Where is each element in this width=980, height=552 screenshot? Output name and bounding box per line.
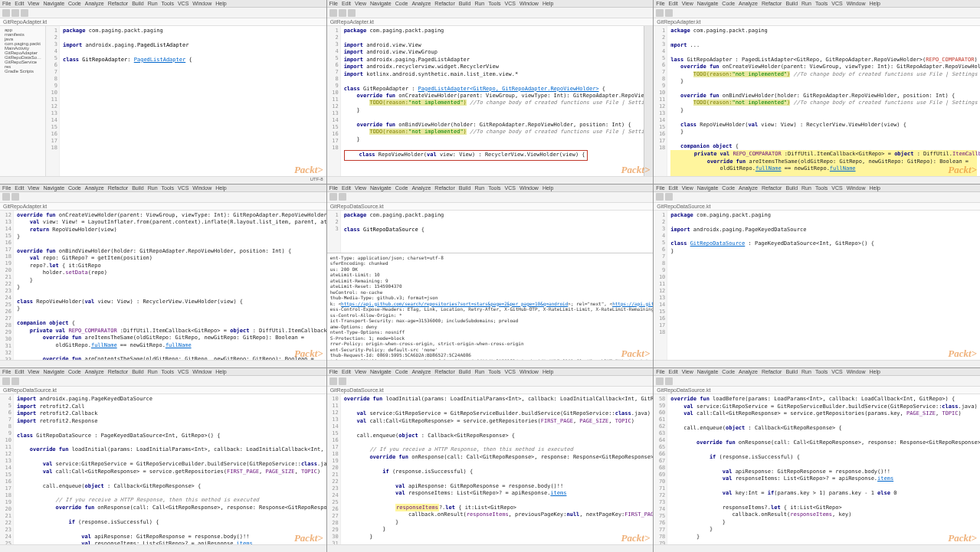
menu-item[interactable]: Code — [722, 185, 735, 191]
menubar[interactable]: FileEditViewNavigateCodeAnalyzeRefactorB… — [327, 0, 654, 8]
menu-item[interactable]: Analyze — [411, 185, 431, 191]
menubar[interactable]: FileEditViewNavigateCodeAnalyzeRefactorB… — [327, 368, 654, 376]
toolbar[interactable] — [654, 8, 980, 18]
menu-item[interactable]: View — [355, 369, 366, 374]
menu-item[interactable]: Window — [519, 1, 539, 6]
menu-item[interactable]: Tools — [488, 1, 500, 6]
code-editor[interactable]: 1213141516171819202122232425262728293031… — [0, 211, 326, 361]
code-area[interactable]: package com.paging.packt.paging class Gi… — [341, 211, 654, 253]
menu-item[interactable]: Edit — [342, 369, 351, 374]
menu-item[interactable]: Tools — [162, 1, 174, 6]
menubar[interactable]: FileEditViewNavigateCodeAnalyzeRefactorB… — [654, 185, 980, 192]
toolbar[interactable] — [327, 192, 654, 203]
menu-item[interactable]: Edit — [342, 185, 351, 191]
side-tab[interactable] — [644, 26, 653, 176]
menu-item[interactable]: View — [28, 369, 39, 374]
menu-item[interactable]: Help — [870, 369, 880, 374]
code-area[interactable]: import androidx.paging.PageKeyedDataSour… — [14, 394, 326, 544]
code-editor[interactable]: 5859606162636465666768697071727374757677… — [654, 394, 980, 544]
menu-item[interactable]: VCS — [505, 369, 516, 374]
code-area[interactable]: ackage com.paging.packt.paging mport ...… — [667, 26, 980, 176]
menu-item[interactable]: View — [355, 1, 366, 6]
menu-item[interactable]: Edit — [342, 1, 351, 6]
menu-item[interactable]: Code — [395, 185, 408, 191]
run-icon[interactable] — [2, 9, 10, 17]
project-tree[interactable]: appmanifestsjavacom.paging.packtMainActi… — [0, 26, 46, 176]
menu-item[interactable]: Refactor — [108, 185, 128, 191]
tree-item[interactable]: Gradle Scripts — [2, 69, 44, 73]
menu-item[interactable]: Code — [68, 185, 81, 191]
menu-item[interactable]: Analyze — [85, 369, 104, 374]
menu-item[interactable]: Navigate — [697, 369, 719, 374]
menu-item[interactable]: Window — [847, 369, 866, 374]
menu-item[interactable]: Refactor — [762, 1, 782, 6]
menu-item[interactable]: Edit — [669, 1, 678, 6]
menu-item[interactable]: Run — [148, 1, 158, 6]
code-editor[interactable]: 4567891011121314151617181920212223242526… — [0, 394, 326, 544]
menu-item[interactable]: Tools — [162, 185, 174, 191]
menu-item[interactable]: Run — [801, 185, 811, 191]
menu-item[interactable]: Run — [148, 369, 158, 374]
menu-item[interactable]: Build — [132, 369, 144, 374]
menu-item[interactable]: File — [2, 369, 11, 374]
menu-item[interactable]: Help — [542, 1, 553, 6]
menu-item[interactable]: Analyze — [739, 185, 758, 191]
menubar[interactable]: FileEditViewNavigateCodeAnalyzeRefactorB… — [0, 185, 326, 192]
code-editor[interactable]: 123456789101112131415161718 ackage com.p… — [654, 26, 980, 176]
toolbar[interactable] — [654, 376, 980, 387]
menu-item[interactable]: File — [329, 185, 338, 191]
menu-item[interactable]: View — [28, 1, 39, 6]
menu-item[interactable]: Navigate — [43, 1, 64, 6]
menu-item[interactable]: Run — [801, 1, 811, 6]
menu-item[interactable]: Edit — [669, 369, 678, 374]
menu-item[interactable]: Tools — [162, 369, 174, 374]
menu-item[interactable]: Analyze — [739, 1, 758, 6]
menu-item[interactable]: VCS — [831, 1, 842, 6]
code-editor[interactable]: 123 package com.paging.packt.paging clas… — [327, 211, 654, 253]
menu-item[interactable]: Code — [68, 1, 81, 6]
menu-item[interactable]: Refactor — [434, 369, 454, 374]
menu-item[interactable]: Navigate — [370, 1, 392, 6]
menu-item[interactable]: File — [2, 185, 11, 191]
menu-item[interactable]: Refactor — [434, 185, 454, 191]
menu-item[interactable]: Analyze — [85, 185, 104, 191]
menu-item[interactable]: Window — [847, 1, 866, 6]
menu-item[interactable]: View — [682, 185, 693, 191]
menu-item[interactable]: Analyze — [411, 369, 431, 374]
menu-item[interactable]: Analyze — [739, 369, 758, 374]
menu-item[interactable]: VCS — [505, 1, 516, 6]
toolbar[interactable] — [0, 8, 326, 18]
code-editor[interactable]: 123456789101112131415161718 package com.… — [654, 211, 980, 361]
menu-item[interactable]: Run — [474, 1, 484, 6]
toolbar[interactable] — [654, 192, 980, 203]
code-editor[interactable]: 123456789101112131415161718 package com.… — [327, 26, 644, 176]
menu-item[interactable]: View — [355, 185, 366, 191]
toolbar[interactable] — [0, 376, 326, 387]
menu-item[interactable]: File — [656, 185, 664, 191]
menu-item[interactable]: VCS — [178, 369, 188, 374]
code-area[interactable]: package com.paging.packt.paging import a… — [60, 26, 326, 176]
menu-item[interactable]: File — [329, 369, 338, 374]
code-editor[interactable]: 123456789101112131415161718 package com.… — [46, 26, 326, 176]
menubar[interactable]: FileEditViewNavigateCodeAnalyzeRefactorB… — [0, 0, 326, 8]
menubar[interactable]: FileEditViewNavigateCodeAnalyzeRefactorB… — [0, 368, 326, 376]
menu-item[interactable]: Window — [519, 369, 539, 374]
menu-item[interactable]: Window — [192, 1, 211, 6]
menu-item[interactable]: Navigate — [697, 1, 719, 6]
menu-item[interactable]: Refactor — [434, 1, 454, 6]
menu-item[interactable]: Help — [870, 1, 880, 6]
menu-item[interactable]: View — [682, 369, 693, 374]
debug-icon[interactable] — [11, 9, 19, 17]
menubar[interactable]: FileEditViewNavigateCodeAnalyzeRefactorB… — [327, 185, 654, 192]
menu-item[interactable]: View — [28, 185, 39, 191]
menu-item[interactable]: Build — [459, 1, 471, 6]
menubar[interactable]: FileEditViewNavigateCodeAnalyzeRefactorB… — [654, 368, 980, 376]
menu-item[interactable]: Build — [785, 1, 798, 6]
menu-item[interactable]: File — [656, 369, 664, 374]
menu-item[interactable]: Run — [474, 369, 484, 374]
menu-item[interactable]: Code — [68, 369, 81, 374]
menu-item[interactable]: Window — [192, 369, 211, 374]
menu-item[interactable]: Edit — [15, 1, 24, 6]
code-area[interactable]: override fun onCreateViewHolder(parent: … — [14, 211, 326, 361]
menu-item[interactable]: Edit — [669, 185, 678, 191]
